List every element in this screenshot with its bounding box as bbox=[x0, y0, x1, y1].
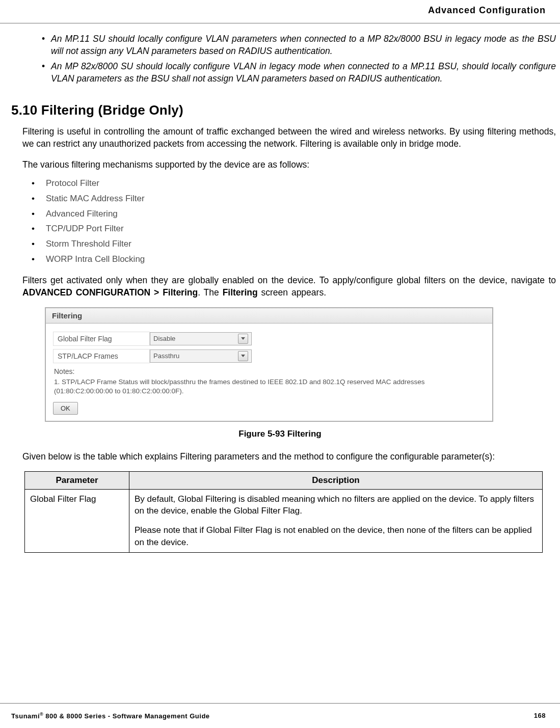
section-paragraph: The various filtering mechanisms support… bbox=[22, 158, 556, 171]
ok-button[interactable]: OK bbox=[53, 402, 78, 415]
table-intro: Given below is the table which explains … bbox=[22, 450, 556, 463]
section-paragraph: Filters get activated only when they are… bbox=[22, 274, 556, 299]
stp-lacp-frames-label: STP/LACP Frames bbox=[53, 349, 150, 363]
form-row: STP/LACP Frames Passthru bbox=[53, 349, 485, 363]
desc-paragraph: Please note that if Global Filter Flag i… bbox=[135, 524, 537, 549]
list-item: Storm Threshold Filter bbox=[32, 236, 560, 252]
list-item: Static MAC Address Filter bbox=[32, 191, 560, 206]
column-header-description: Description bbox=[129, 471, 543, 489]
list-item: Protocol Filter bbox=[32, 176, 560, 191]
text-span: Filters get activated only when they are… bbox=[22, 275, 556, 285]
param-desc-cell: By default, Global Filtering is disabled… bbox=[129, 489, 543, 552]
list-item: TCP/UDP Port Filter bbox=[32, 221, 560, 236]
global-filter-flag-select[interactable]: Disable bbox=[150, 332, 252, 345]
stp-lacp-frames-select[interactable]: Passthru bbox=[150, 349, 252, 363]
intro-notes-list: An MP.11 SU should locally configure VLA… bbox=[0, 33, 560, 85]
column-header-parameter: Parameter bbox=[25, 471, 129, 489]
intro-note: An MP 82x/8000 SU should locally configu… bbox=[51, 60, 556, 85]
section-heading: 5.10 Filtering (Bridge Only) bbox=[11, 102, 560, 118]
text-span: screen appears. bbox=[258, 287, 326, 298]
table-header-row: Parameter Description bbox=[25, 471, 543, 489]
page-footer: Tsunami® 800 & 8000 Series - Software Ma… bbox=[11, 712, 546, 720]
intro-note: An MP.11 SU should locally configure VLA… bbox=[51, 33, 556, 57]
page-number: 168 bbox=[534, 712, 546, 720]
select-value: Disable bbox=[153, 335, 175, 342]
global-filter-flag-label: Global Filter Flag bbox=[53, 332, 150, 346]
select-value: Passthru bbox=[153, 352, 179, 360]
footer-text: Tsunami bbox=[11, 712, 40, 720]
figure-container: Filtering Global Filter Flag Disable STP… bbox=[45, 307, 493, 422]
panel-title: Filtering bbox=[46, 308, 492, 323]
footer-left: Tsunami® 800 & 8000 Series - Software Ma… bbox=[11, 712, 210, 720]
footer-text: 800 & 8000 Series - Software Management … bbox=[43, 712, 209, 720]
panel-notes-label: Notes: bbox=[54, 367, 485, 375]
footer-divider bbox=[0, 703, 560, 704]
panel-note-text: 1. STP/LACP Frame Status will block/pass… bbox=[54, 378, 480, 396]
chevron-down-icon bbox=[238, 334, 248, 344]
figure-caption: Figure 5-93 Filtering bbox=[0, 429, 560, 439]
parameters-table: Parameter Description Global Filter Flag… bbox=[24, 471, 543, 553]
form-row: Global Filter Flag Disable bbox=[53, 332, 485, 346]
mechanism-list: Protocol Filter Static MAC Address Filte… bbox=[32, 176, 560, 267]
param-name-cell: Global Filter Flag bbox=[25, 489, 129, 552]
list-item: Advanced Filtering bbox=[32, 206, 560, 222]
list-item: WORP Intra Cell Blocking bbox=[32, 252, 560, 267]
page-header-title: Advanced Configuration bbox=[0, 5, 560, 16]
desc-paragraph: By default, Global Filtering is disabled… bbox=[135, 493, 537, 518]
text-span: . The bbox=[198, 287, 222, 298]
section-paragraph: Filtering is useful in controlling the a… bbox=[22, 125, 556, 150]
screen-name: Filtering bbox=[223, 287, 258, 298]
chevron-down-icon bbox=[238, 351, 248, 361]
breadcrumb-path: ADVANCED CONFIGURATION > Filtering bbox=[22, 287, 198, 298]
filtering-panel: Filtering Global Filter Flag Disable STP… bbox=[45, 307, 493, 422]
table-row: Global Filter Flag By default, Global Fi… bbox=[25, 489, 543, 552]
